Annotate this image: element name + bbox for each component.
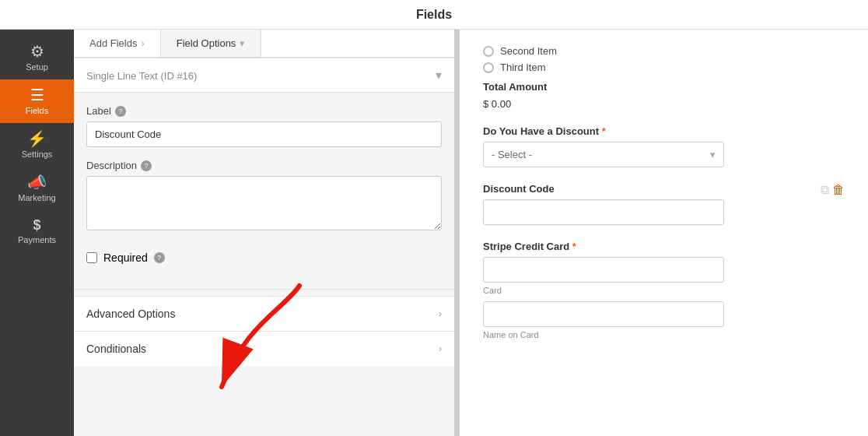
sidebar-item-fields[interactable]: ☰ Fields — [0, 79, 74, 123]
panel-content: Single Line Text (ID #16) ▾ Label ? Desc… — [74, 58, 454, 436]
tab-field-options[interactable]: Field Options ▾ — [161, 30, 262, 57]
name-on-card-label: Name on Card — [483, 330, 845, 339]
radio-circle — [483, 62, 494, 73]
field-header: Single Line Text (ID #16) ▾ — [74, 58, 454, 93]
required-star: * — [599, 125, 606, 137]
tab-field-options-chevron-icon: ▾ — [240, 37, 245, 49]
discount-select[interactable]: - Select - ▾ — [483, 142, 724, 167]
label-group: Label ? — [86, 105, 442, 147]
page-title: Fields — [416, 8, 452, 22]
radio-item-second: Second Item — [483, 45, 845, 57]
tab-add-fields-label: Add Fields — [89, 37, 137, 49]
discount-select-chevron-icon: ▾ — [710, 149, 716, 160]
advanced-options-header[interactable]: Advanced Options › — [74, 297, 454, 331]
total-amount-group: Total Amount $ 0.00 — [483, 81, 845, 110]
conditionals-label: Conditionals — [86, 343, 146, 355]
tab-add-fields-icon: › — [141, 37, 144, 49]
stripe-credit-card-group: Stripe Credit Card * Card Name on Card — [483, 241, 845, 339]
required-checkbox[interactable] — [86, 252, 97, 263]
sidebar-item-settings[interactable]: ⚡ Settings — [0, 123, 74, 167]
field-title: Single Line Text (ID #16) — [86, 69, 197, 82]
radio-item-label: Second Item — [500, 45, 557, 57]
discount-select-placeholder: - Select - — [492, 149, 532, 160]
copy-icon[interactable]: ⧉ — [821, 183, 829, 197]
radio-circle — [483, 46, 494, 57]
setup-icon: ⚙ — [30, 44, 44, 59]
required-row: Required ? — [86, 245, 442, 270]
discount-code-group: Discount Code ⧉ 🗑 — [483, 183, 845, 225]
description-textarea[interactable] — [86, 176, 442, 230]
tab-field-options-label: Field Options — [177, 37, 236, 49]
sidebar-item-label: Marketing — [18, 193, 55, 202]
sidebar-item-label: Payments — [18, 235, 56, 244]
tabs: Add Fields › Field Options ▾ — [74, 30, 454, 58]
settings-icon: ⚡ — [27, 131, 47, 146]
sidebar-item-label: Fields — [26, 106, 48, 115]
label-help-icon[interactable]: ? — [115, 106, 126, 117]
name-on-card-input[interactable] — [483, 301, 724, 327]
field-actions: ⧉ 🗑 — [821, 183, 845, 197]
payments-icon: $ — [33, 218, 40, 232]
advanced-options-label: Advanced Options — [86, 308, 175, 320]
conditionals-section: Conditionals › — [74, 331, 454, 366]
required-help-icon[interactable]: ? — [154, 252, 165, 263]
conditionals-header[interactable]: Conditionals › — [74, 332, 454, 366]
marketing-icon: 📣 — [27, 174, 47, 190]
discount-code-input[interactable] — [483, 199, 724, 225]
sidebar-item-setup[interactable]: ⚙ Setup — [0, 36, 74, 79]
fields-icon: ☰ — [30, 87, 44, 103]
stripe-label: Stripe Credit Card * — [483, 241, 845, 252]
preview-area: Second Item Third Item Total Amount $ 0.… — [460, 30, 868, 436]
panel-area: Add Fields › Field Options ▾ Single Line… — [74, 30, 455, 436]
form-section: Label ? Description ? Required ? — [74, 93, 454, 283]
delete-icon[interactable]: 🗑 — [832, 183, 845, 197]
card-input[interactable] — [483, 257, 724, 283]
field-collapse-icon[interactable]: ▾ — [436, 68, 442, 83]
description-help-icon[interactable]: ? — [141, 160, 152, 171]
conditionals-chevron-icon: › — [439, 343, 442, 354]
radio-item-label: Third Item — [500, 62, 546, 73]
advanced-options-section: Advanced Options › — [74, 296, 454, 331]
sidebar-item-marketing[interactable]: 📣 Marketing — [0, 167, 74, 210]
total-amount-value: $ 0.00 — [483, 98, 511, 110]
discount-code-label: Discount Code — [483, 183, 845, 195]
sidebar-item-label: Settings — [22, 149, 53, 159]
required-label: Required — [103, 251, 148, 264]
total-amount-label: Total Amount — [483, 81, 845, 93]
radio-group: Second Item Third Item — [483, 45, 845, 73]
sidebar-item-payments[interactable]: $ Payments — [0, 210, 74, 252]
advanced-options-chevron-icon: › — [439, 308, 442, 319]
discount-label: Do You Have a Discount * — [483, 125, 845, 137]
required-star: * — [569, 241, 576, 252]
tab-add-fields[interactable]: Add Fields › — [74, 30, 161, 57]
sidebar-item-label: Setup — [26, 62, 48, 72]
discount-group: Do You Have a Discount * - Select - ▾ — [483, 125, 845, 167]
card-label: Card — [483, 286, 845, 295]
description-text: Description — [86, 160, 137, 171]
label-input[interactable] — [86, 121, 442, 147]
description-group: Description ? — [86, 160, 442, 233]
radio-item-third: Third Item — [483, 62, 845, 73]
label-text: Label — [86, 105, 111, 117]
divider-1 — [74, 289, 454, 290]
sidebar: ⚙ Setup ☰ Fields ⚡ Settings 📣 Marketing … — [0, 30, 74, 436]
